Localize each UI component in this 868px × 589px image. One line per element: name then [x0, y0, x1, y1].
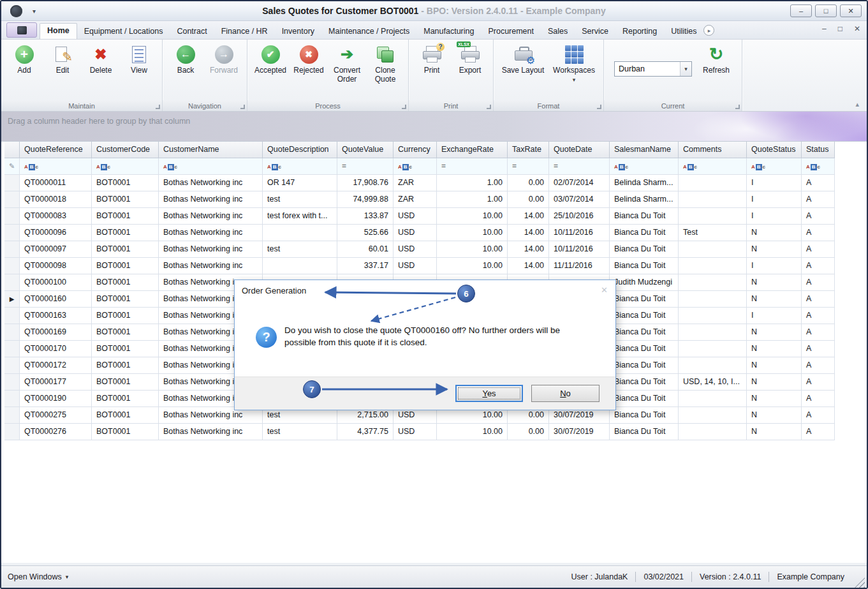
filter-cell-exchangerate[interactable]: =	[437, 158, 508, 175]
grid-row[interactable]: QT0000096BOT0001Bothas Networking inc525…	[4, 225, 867, 241]
column-header-quotevalue[interactable]: QuoteValue	[337, 142, 394, 158]
grid-cell[interactable]: Bothas Networking inc	[159, 191, 263, 208]
grid-cell[interactable]: ZAR	[394, 175, 437, 191]
grid-cell[interactable]: USD	[394, 225, 437, 241]
grid-cell[interactable]: A	[802, 324, 835, 341]
column-header-quotedate[interactable]: QuoteDate	[549, 142, 610, 158]
application-menu-button[interactable]	[6, 22, 37, 38]
grid-cell[interactable]: QT0000011	[20, 175, 92, 191]
mdi-close-icon[interactable]: ✕	[854, 24, 860, 33]
current-launcher-icon[interactable]	[735, 105, 740, 109]
grid-cell[interactable]	[679, 407, 747, 424]
grid-cell[interactable]: QT0000163	[20, 308, 92, 324]
site-combobox[interactable]: Durban ▾	[614, 61, 692, 77]
quick-access-dropdown-icon[interactable]: ▾	[33, 8, 36, 15]
grid-cell[interactable]	[679, 208, 747, 225]
column-header-comments[interactable]: Comments	[679, 142, 747, 158]
grid-cell[interactable]: N	[747, 407, 802, 424]
workspaces-button[interactable]: Workspaces ▾	[548, 42, 600, 85]
forward-button[interactable]: → Forward	[205, 42, 243, 77]
grid-cell[interactable]: QT0000083	[20, 208, 92, 225]
filter-cell-currency[interactable]: ABc	[394, 158, 437, 175]
grid-cell[interactable]	[679, 341, 747, 357]
grid-cell[interactable]: Bianca Du Toit	[610, 308, 679, 324]
grid-cell[interactable]: BOT0001	[92, 258, 159, 274]
column-header-customercode[interactable]: CustomerCode	[92, 142, 159, 158]
grid-cell[interactable]: BOT0001	[92, 225, 159, 241]
grid-cell[interactable]: 133.87	[337, 208, 394, 225]
grid-cell[interactable]: I	[747, 208, 802, 225]
grid-cell[interactable]: N	[747, 357, 802, 374]
maximize-button[interactable]: □	[815, 4, 837, 17]
grid-cell[interactable]: BOT0001	[92, 407, 159, 424]
grid-cell[interactable]: BOT0001	[92, 357, 159, 374]
grid-row[interactable]: QT0000083BOT0001Bothas Networking inctes…	[4, 208, 867, 225]
grid-cell[interactable]: 02/07/2014	[549, 175, 610, 191]
grid-row[interactable]: QT0000098BOT0001Bothas Networking inc337…	[4, 258, 867, 274]
tab-finance-hr[interactable]: Finance / HR	[214, 24, 275, 39]
filter-cell-customername[interactable]: ABc	[159, 158, 263, 175]
grid-cell[interactable]: A	[802, 175, 835, 191]
grid-cell[interactable]: BOT0001	[92, 291, 159, 308]
accepted-button[interactable]: ✔ Accepted	[251, 42, 290, 77]
tab-sales[interactable]: Sales	[541, 24, 575, 39]
filter-cell-quotereference[interactable]: ABc	[20, 158, 92, 175]
rejected-button[interactable]: ✖ Rejected	[290, 42, 328, 77]
grid-cell[interactable]: Bianca Du Toit	[610, 208, 679, 225]
grid-cell[interactable]: test	[263, 241, 337, 258]
grid-cell[interactable]	[679, 191, 747, 208]
tab-procurement[interactable]: Procurement	[481, 24, 541, 39]
grid-cell[interactable]: BOT0001	[92, 391, 159, 407]
grid-cell[interactable]: BOT0001	[92, 274, 159, 291]
filter-cell-taxrate[interactable]: =	[508, 158, 549, 175]
grid-cell[interactable]: QT0000275	[20, 407, 92, 424]
grid-cell[interactable]: 4,377.75	[337, 424, 394, 440]
grid-cell[interactable]	[679, 241, 747, 258]
grid-cell[interactable]: 10.00	[437, 424, 508, 440]
grid-cell[interactable]: A	[802, 308, 835, 324]
grid-cell[interactable]: 1.00	[437, 191, 508, 208]
tab-contract[interactable]: Contract	[170, 24, 214, 39]
grid-cell[interactable]: A	[802, 357, 835, 374]
grid-cell[interactable]: BOT0001	[92, 324, 159, 341]
grid-cell[interactable]: Bianca Du Toit	[610, 391, 679, 407]
grid-cell[interactable]: 60.01	[337, 241, 394, 258]
grid-cell[interactable]: QT0000177	[20, 374, 92, 391]
grid-cell[interactable]: I	[747, 175, 802, 191]
refresh-button[interactable]: ↻ Refresh	[697, 42, 735, 77]
grid-cell[interactable]: QT0000170	[20, 341, 92, 357]
grid-cell[interactable]: N	[747, 424, 802, 440]
grid-cell[interactable]: USD, 14, 10, I...	[679, 374, 747, 391]
grid-cell[interactable]: N	[747, 241, 802, 258]
dialog-close-icon[interactable]: ✕	[601, 285, 608, 295]
tab-equipment-locations[interactable]: Equipment / Locations	[77, 24, 170, 39]
grid-cell[interactable]: Belinda Sharm...	[610, 175, 679, 191]
grid-cell[interactable]: QT0000097	[20, 241, 92, 258]
grid-cell[interactable]: test forex with t...	[263, 208, 337, 225]
grid-cell[interactable]: QT0000018	[20, 191, 92, 208]
group-by-bar[interactable]: Drag a column header here to group by th…	[1, 112, 867, 141]
resize-grip[interactable]	[855, 578, 865, 588]
grid-cell[interactable]: BOT0001	[92, 241, 159, 258]
grid-cell[interactable]: N	[747, 274, 802, 291]
filter-cell-quotedate[interactable]: =	[549, 158, 610, 175]
grid-cell[interactable]: A	[802, 341, 835, 357]
column-header-currency[interactable]: Currency	[394, 142, 437, 158]
no-button[interactable]: No	[531, 385, 600, 402]
open-windows-button[interactable]: Open Windows ▾	[1, 572, 68, 581]
grid-cell[interactable]: 11/11/2016	[549, 258, 610, 274]
grid-cell[interactable]: USD	[394, 241, 437, 258]
tab-reporting[interactable]: Reporting	[615, 24, 664, 39]
grid-cell[interactable]: 10/11/2016	[549, 225, 610, 241]
grid-cell[interactable]: 0.00	[508, 424, 549, 440]
grid-cell[interactable]: 30/07/2019	[549, 424, 610, 440]
close-button[interactable]: ✕	[840, 4, 862, 17]
grid-cell[interactable]: Bianca Du Toit	[610, 324, 679, 341]
format-launcher-icon[interactable]	[597, 105, 601, 109]
grid-cell[interactable]: A	[802, 274, 835, 291]
grid-cell[interactable]: QT0000276	[20, 424, 92, 440]
grid-cell[interactable]: A	[802, 291, 835, 308]
grid-cell[interactable]: Bianca Du Toit	[610, 374, 679, 391]
column-header-taxrate[interactable]: TaxRate	[508, 142, 549, 158]
grid-cell[interactable]: QT0000172	[20, 357, 92, 374]
